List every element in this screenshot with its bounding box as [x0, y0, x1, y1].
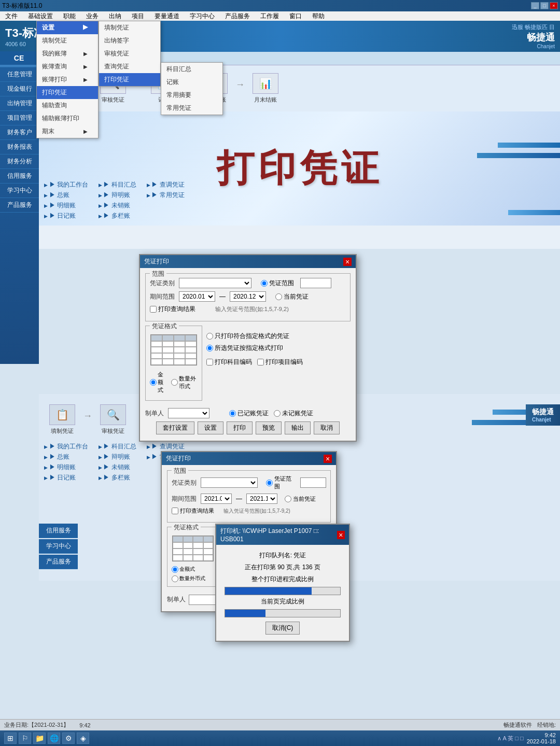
quick-link-b-diary[interactable]: ▶ 日记账: [44, 473, 88, 482]
submenu-common[interactable]: 常用凭证: [161, 102, 222, 115]
submenu-cashier[interactable]: 出纳签字: [99, 34, 160, 47]
submenu-query[interactable]: 查询凭证: [99, 60, 160, 73]
menu-item-period-end[interactable]: 期末 ▶: [37, 125, 98, 138]
submenu-kemu[interactable]: 科目汇总: [161, 63, 222, 76]
quick-link-balance[interactable]: ▶ 未销账: [99, 201, 136, 210]
taskbar-files[interactable]: 📁: [33, 733, 46, 744]
submenu-account[interactable]: 记账: [161, 76, 222, 89]
radio-amount[interactable]: [150, 379, 157, 386]
quick-link-b-detail[interactable]: ▶ 明细账: [44, 463, 88, 472]
voucher-range-input[interactable]: [300, 278, 331, 288]
minimize-button[interactable]: _: [531, 2, 539, 9]
quick-link-sequence[interactable]: ▶ 辩明账: [99, 191, 136, 200]
menu-item-print-voucher[interactable]: 打印凭证: [37, 86, 98, 99]
sidebar-item-project[interactable]: 项目管理: [0, 111, 39, 125]
menu-business[interactable]: 业务: [83, 11, 102, 21]
btn-template-print[interactable]: 套打设置: [156, 421, 194, 434]
progress-close[interactable]: ×: [337, 531, 345, 539]
radio-unposted[interactable]: [274, 410, 281, 417]
quick-link-general[interactable]: ▶ 总账: [44, 191, 88, 200]
period-from-2[interactable]: 2021.01: [201, 494, 232, 504]
quick-link-common-voucher[interactable]: ▶ 常用凭证: [147, 191, 185, 200]
btn-settings-1[interactable]: 设置: [198, 421, 223, 434]
menu-item-ledger-print[interactable]: 账簿打印 ▶: [37, 73, 98, 86]
quick-link-diary[interactable]: ▶ 日记账: [44, 212, 88, 220]
sidebar-item-task-mgmt[interactable]: 任意管理: [0, 67, 39, 82]
menu-item-fill-voucher[interactable]: 填制凭证: [37, 34, 98, 47]
close-button[interactable]: ×: [550, 2, 558, 9]
menu-study[interactable]: 字习中心: [187, 11, 218, 21]
submenu-fill[interactable]: 填制凭证: [99, 21, 160, 34]
btn-export-1[interactable]: 输出: [285, 421, 311, 434]
radio-format-all[interactable]: [206, 345, 213, 351]
sidebar-item-finance-customer[interactable]: 财务客户: [0, 125, 39, 140]
radio-qty-2[interactable]: [172, 575, 178, 582]
dialog-title-1[interactable]: 凭证打印 ×: [140, 255, 356, 268]
workflow-step-close[interactable]: 📊 月末结账: [253, 73, 278, 104]
menu-item-aux-print[interactable]: 辅助账簿打印: [37, 112, 98, 125]
menu-helper[interactable]: 要量通道: [151, 11, 183, 21]
menu-project[interactable]: 项目: [129, 11, 147, 21]
quick-link-b-balance[interactable]: ▶ 未销账: [99, 463, 136, 472]
sidebar-products-2[interactable]: 产品服务: [39, 555, 78, 569]
print-query-checkbox[interactable]: [150, 306, 157, 313]
menu-item-ledger-query[interactable]: 账簿查询 ▶: [37, 60, 98, 73]
print-query-cb-2[interactable]: [172, 508, 178, 514]
workflow-step-audit-2[interactable]: 🔍 审核凭证: [100, 404, 126, 435]
radio-current-2[interactable]: [285, 496, 291, 502]
progress-cancel-btn[interactable]: 取消(C): [265, 622, 300, 635]
taskbar-edge[interactable]: 🌐: [48, 733, 60, 744]
quick-link-b-workbench[interactable]: ▶ 我的工作台: [44, 442, 88, 451]
quick-link-multicolumn[interactable]: ▶ 多栏账: [99, 212, 136, 220]
radio-amt-2[interactable]: [172, 566, 178, 573]
sidebar-item-cashier[interactable]: 出纳管理: [0, 96, 39, 111]
quick-link-b-multicolumn[interactable]: ▶ 多栏账: [99, 473, 136, 482]
dialog-close-2[interactable]: ×: [324, 455, 332, 463]
menu-help[interactable]: 帮助: [309, 11, 328, 21]
quick-link-b-general[interactable]: ▶ 总账: [44, 453, 88, 461]
submenu-audit[interactable]: 审核凭证: [99, 47, 160, 60]
sidebar-item-products[interactable]: 产品服务: [0, 198, 39, 213]
workflow-step-fill-2[interactable]: 📋 填制凭证: [49, 404, 75, 435]
radio-voucher-range-2[interactable]: [266, 480, 273, 486]
menu-item-my-ledger[interactable]: 我的账簿 ▶: [37, 47, 98, 60]
radio-format-match[interactable]: [206, 333, 213, 340]
period-to-2[interactable]: 2021.12: [246, 494, 277, 504]
quick-link-b-sequence[interactable]: ▶ 辩明账: [99, 453, 136, 461]
menu-window[interactable]: 窗口: [286, 11, 305, 21]
sidebar-item-finance-analysis[interactable]: 财务分析: [0, 154, 39, 169]
progress-title[interactable]: 打印机: \\CW\HP LaserJet P1007 □: USB001 ×: [216, 525, 349, 545]
quick-link-kemu[interactable]: ▶ 科目汇总: [99, 180, 136, 189]
checkbox-print-project[interactable]: [257, 359, 264, 365]
submenu-print[interactable]: 打印凭证: [99, 73, 160, 86]
quick-link-b-kemu[interactable]: ▶ 科目汇总: [99, 442, 136, 451]
taskbar-search[interactable]: ⚐: [19, 733, 31, 744]
voucher-type-select[interactable]: [179, 278, 251, 288]
quick-link-workbench[interactable]: ▶ 我的工作台: [44, 180, 88, 189]
radio-voucher-range[interactable]: [261, 280, 268, 287]
sidebar-item-finance-report[interactable]: 财务报表: [0, 140, 39, 154]
title-bar-controls[interactable]: _ □ ×: [531, 2, 558, 9]
preparer-select[interactable]: [168, 408, 209, 418]
menu-product[interactable]: 产品服务: [222, 11, 253, 21]
quick-link-b-query[interactable]: ▶ 查调凭证: [147, 442, 185, 451]
menu-workbench[interactable]: 工作履: [257, 11, 282, 21]
period-from-select[interactable]: 2020.01: [179, 291, 215, 302]
taskbar-app[interactable]: ◈: [77, 733, 89, 744]
menu-file[interactable]: 文件: [2, 11, 21, 21]
radio-posted[interactable]: [229, 410, 236, 417]
sidebar-item-credit[interactable]: 信用服务: [0, 169, 39, 184]
sidebar-credit[interactable]: 信用服务: [39, 524, 78, 538]
sidebar-item-study[interactable]: 学习中心: [0, 184, 39, 198]
dialog-title-2[interactable]: 凭证打印 ×: [162, 452, 336, 465]
maximize-button[interactable]: □: [540, 2, 549, 9]
sidebar-item-cash-bank[interactable]: 现金银行: [0, 82, 39, 96]
btn-cancel-1[interactable]: 取消: [314, 421, 340, 434]
quick-link-query-voucher[interactable]: ▶ 查调凭证: [147, 180, 185, 189]
voucher-range-input-2[interactable]: [300, 477, 326, 488]
top-links[interactable]: 迅服 畅捷版匹 目: [512, 23, 555, 31]
sidebar-study-2[interactable]: 学习中心: [39, 539, 78, 554]
btn-preview-1[interactable]: 预览: [256, 421, 282, 434]
menu-item-aux-query[interactable]: 辅助查询: [37, 99, 98, 112]
taskbar-settings[interactable]: ⚙: [62, 733, 75, 744]
